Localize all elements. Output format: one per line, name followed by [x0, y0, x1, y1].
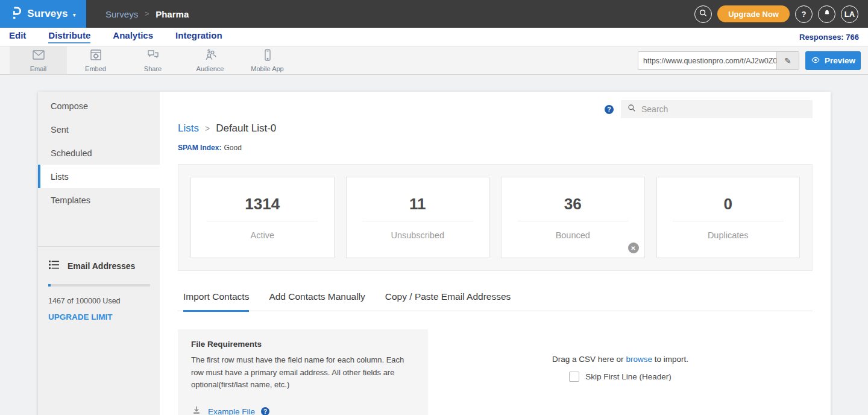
bell-icon — [823, 8, 831, 19]
download-icon — [191, 405, 202, 415]
search-help-icon[interactable]: ? — [605, 105, 614, 114]
toolbar-item-mobile-app[interactable]: Mobile App — [239, 46, 296, 74]
toolbar-item-audience[interactable]: $ Audience — [181, 46, 239, 74]
stat-card-active[interactable]: 1314 Active — [190, 177, 335, 258]
toolbar-item-label: Audience — [197, 65, 224, 72]
content-card: Compose Sent Scheduled Lists Templates — [38, 92, 831, 415]
user-avatar[interactable]: LA — [841, 5, 858, 23]
toolbar-item-share[interactable]: Share — [124, 46, 181, 74]
csv-dropzone[interactable]: Drag a CSV here or browse to import. Ski… — [428, 329, 813, 415]
sidebar-item-scheduled[interactable]: Scheduled — [38, 141, 160, 165]
usage-progress-bar — [48, 284, 150, 287]
usage-text: 1467 of 100000 Used — [48, 297, 150, 305]
sidebar-item-label: Compose — [51, 101, 88, 111]
spam-index-value: Good — [224, 144, 241, 152]
survey-nav: Edit Distribute Analytics Integration Re… — [0, 28, 868, 46]
toolbar-item-label: Email — [30, 65, 47, 72]
clear-bounced-icon[interactable]: ✕ — [628, 242, 639, 253]
email-icon — [31, 48, 46, 64]
example-file-help-icon[interactable]: ? — [261, 407, 269, 415]
survey-link-group: https://www.questionpro.com/t/AJ2w0Z0 ✎ … — [638, 51, 861, 70]
email-addresses-title: Email Addresses — [68, 261, 135, 271]
survey-url-field[interactable]: https://www.questionpro.com/t/AJ2w0Z0 ✎ — [638, 51, 799, 70]
upgrade-now-button[interactable]: Upgrade Now — [717, 5, 790, 22]
sidebar-spacer — [38, 212, 160, 246]
survey-url-value: https://www.questionpro.com/t/AJ2w0Z0 — [638, 57, 776, 65]
email-addresses-section: Email Addresses 1467 of 100000 Used UPGR… — [38, 247, 160, 322]
toolbar-item-label: Share — [144, 65, 162, 72]
pencil-icon: ✎ — [784, 56, 791, 66]
stat-label: Active — [251, 230, 275, 240]
toolbar-item-email[interactable]: Email — [10, 46, 67, 74]
eye-icon — [811, 56, 820, 66]
list-breadcrumb: Lists > Default List-0 — [178, 122, 813, 135]
svg-text:$: $ — [207, 48, 210, 54]
responses-count[interactable]: Responses: 766 — [799, 33, 859, 42]
tab-analytics[interactable]: Analytics — [113, 30, 153, 43]
stat-card-unsubscribed[interactable]: 11 Unsubscribed — [346, 177, 490, 258]
list-stats-panel: 1314 Active 11 Unsubscribed 36 Bounced ✕… — [178, 164, 813, 271]
lists-link[interactable]: Lists — [178, 122, 199, 135]
upgrade-limit-link[interactable]: UPGRADE LIMIT — [48, 312, 150, 322]
product-switcher[interactable]: Surveys ▾ — [0, 0, 86, 28]
search-button[interactable] — [694, 5, 712, 23]
sidebar-item-compose[interactable]: Compose — [38, 94, 160, 118]
breadcrumb-separator: > — [145, 10, 149, 18]
tab-distribute[interactable]: Distribute — [48, 30, 90, 43]
stat-value: 1314 — [245, 195, 280, 214]
stat-label: Duplicates — [708, 230, 749, 240]
mobile-app-icon — [260, 48, 275, 64]
toolbar-item-label: Embed — [85, 65, 106, 72]
tab-edit[interactable]: Edit — [9, 30, 26, 43]
tab-import-contacts[interactable]: Import Contacts — [183, 291, 249, 312]
skip-first-line-checkbox[interactable] — [569, 372, 579, 382]
stat-label: Bounced — [556, 230, 590, 240]
audience-icon: $ — [203, 48, 218, 64]
preview-button[interactable]: Preview — [805, 51, 861, 70]
example-file-link[interactable]: Example File — [208, 407, 255, 415]
list-detail-panel: ? Lists > Default List-0 SPAM Index:Good — [160, 92, 831, 415]
file-requirements-title: File Requirements — [191, 340, 415, 349]
skip-first-line-label: Skip First Line (Header) — [585, 372, 671, 381]
contact-search[interactable] — [621, 100, 813, 118]
stat-value: 11 — [409, 195, 426, 214]
app-header: Surveys ▾ Surveys > Pharma Upgrade Now ?… — [0, 0, 868, 28]
spam-index: SPAM Index:Good — [178, 144, 813, 152]
header-actions: Upgrade Now ? LA — [694, 0, 868, 28]
sidebar-item-lists[interactable]: Lists — [38, 165, 160, 188]
stat-card-bounced[interactable]: 36 Bounced ✕ — [501, 177, 645, 258]
embed-icon — [88, 48, 104, 64]
tab-integration[interactable]: Integration — [175, 30, 222, 43]
notifications-button[interactable] — [818, 5, 835, 23]
stat-divider — [517, 221, 628, 221]
stat-card-duplicates[interactable]: 0 Duplicates — [656, 177, 800, 258]
avatar-initials: LA — [844, 10, 855, 19]
stat-divider — [207, 221, 318, 221]
sidebar-item-sent[interactable]: Sent — [38, 118, 160, 141]
current-list-name: Default List-0 — [216, 122, 276, 135]
share-icon — [145, 48, 161, 64]
breadcrumb-surveys-link[interactable]: Surveys — [105, 9, 138, 19]
tab-copy-paste-emails[interactable]: Copy / Paste Email Addresses — [385, 291, 511, 312]
contacts-tabs: Import Contacts Add Contacts Manually Co… — [178, 291, 813, 311]
search-icon — [627, 104, 636, 115]
email-sidebar: Compose Sent Scheduled Lists Templates — [38, 92, 160, 415]
stat-value: 0 — [724, 195, 732, 214]
toolbar-item-embed[interactable]: Embed — [67, 46, 124, 74]
sidebar-item-label: Lists — [51, 172, 69, 182]
distribute-toolbar: Email Embed Share $ Audience Mobile App … — [0, 46, 868, 75]
dropzone-text: Drag a CSV here or browse to import. — [552, 355, 688, 364]
search-input[interactable] — [641, 104, 806, 114]
preview-label: Preview — [825, 56, 855, 65]
dropzone-text-after: to import. — [655, 355, 688, 364]
sidebar-item-templates[interactable]: Templates — [38, 188, 160, 212]
tab-add-contacts-manually[interactable]: Add Contacts Manually — [269, 291, 365, 312]
edit-url-button[interactable]: ✎ — [776, 52, 799, 69]
dropzone-text-before: Drag a CSV here or — [552, 355, 624, 364]
page-background: Compose Sent Scheduled Lists Templates — [0, 75, 868, 415]
spam-index-label[interactable]: SPAM Index: — [178, 144, 221, 152]
browse-link[interactable]: browse — [626, 355, 652, 364]
help-button[interactable]: ? — [795, 5, 813, 23]
chevron-down-icon: ▾ — [73, 11, 76, 18]
usage-progress-fill — [48, 284, 51, 287]
